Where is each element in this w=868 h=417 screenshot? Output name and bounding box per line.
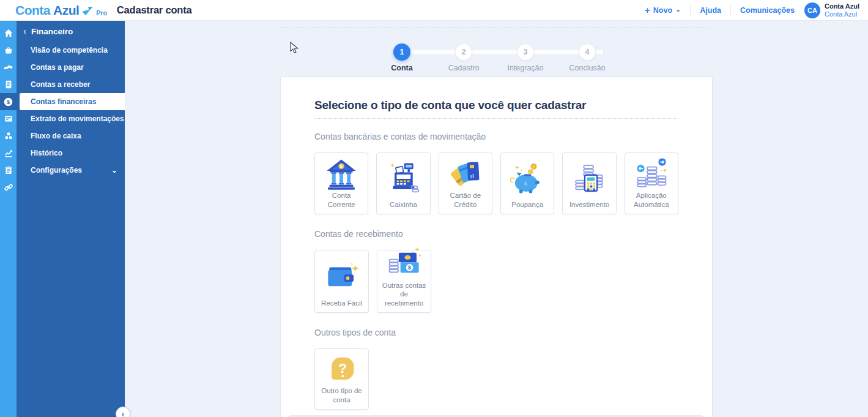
comunicacoes-link[interactable]: Comunicações — [740, 6, 795, 15]
sidebar-item-contas-financeiras[interactable]: Contas financeiras — [20, 93, 125, 110]
sidebar-collapse-button[interactable]: ‹ — [116, 407, 130, 417]
user-company: Conta Azul — [825, 10, 859, 18]
sidebar-back-financeiro[interactable]: ‹ Financeiro — [17, 21, 125, 42]
header-divider — [730, 5, 731, 16]
sidebar-item-configuracoes[interactable]: Configurações ⌄ — [17, 162, 125, 179]
ajuda-link[interactable]: Ajuda — [700, 6, 721, 15]
step-2-label: Cadastro — [433, 64, 494, 72]
logo-text-conta: Conta — [15, 3, 50, 18]
mouse-cursor — [290, 42, 301, 54]
svg-text:$: $ — [524, 181, 528, 187]
logo-text-azul: Azul — [53, 3, 79, 18]
credit-cards-icon — [448, 157, 483, 191]
sidebar-section-title: Financeiro — [31, 27, 73, 36]
rail-financeiro-dollar-icon[interactable]: $ — [0, 93, 17, 110]
section-label-recebimento: Contas de recebimento — [314, 229, 678, 239]
section-label-bancarias: Contas bancárias e contas de movimentaçã… — [314, 132, 678, 141]
tile-poupanca[interactable]: $ Poupança — [500, 152, 554, 214]
section-label-outros: Outros tipos de conta — [314, 328, 678, 337]
rail-shopping-basket-icon[interactable] — [0, 42, 17, 59]
sidebar-panel: ‹ Financeiro Visão de competência Contas… — [17, 21, 125, 417]
banknotes-coins-icon: $ — [387, 246, 422, 281]
sidebar-item-extrato-de-movimentacoes[interactable]: Extrato de movimentações — [17, 110, 125, 127]
sidebar-item-historico[interactable]: Histórico — [17, 145, 125, 162]
rail-clipboard-icon[interactable] — [0, 162, 17, 179]
tile-outras-contas-recebimento[interactable]: $ Outras contas de recebimento — [377, 250, 431, 313]
svg-text:$: $ — [7, 98, 10, 105]
tile-label: Cartão de Crédito — [442, 191, 489, 209]
swallow-icon — [82, 7, 93, 15]
svg-text:$: $ — [408, 264, 411, 270]
step-3-circle[interactable]: 3 — [517, 43, 534, 61]
sidebar-item-fluxo-de-caixa[interactable]: Fluxo de caixa — [17, 127, 125, 145]
header-divider — [690, 5, 691, 16]
plus-icon: + — [645, 6, 650, 15]
bank-icon: $ — [325, 157, 358, 191]
rail-link-icon[interactable] — [0, 179, 17, 196]
header-actions: + Novo ⌄ Ajuda Comunicações CA Conta Azu… — [645, 2, 862, 18]
card-heading: Selecione o tipo de conta que você quer … — [314, 99, 678, 112]
tile-cartao-de-credito[interactable]: Cartão de Crédito — [439, 152, 492, 214]
top-dotted-divider — [280, 28, 713, 28]
svg-text:$: $ — [340, 164, 343, 169]
tile-label: Aplicação Automática — [628, 191, 675, 209]
tile-conta-corrente[interactable]: $ Conta Corrente — [314, 152, 368, 214]
sidebar-item-label: Configurações — [31, 166, 82, 175]
tile-investimento[interactable]: Investimento — [562, 152, 616, 214]
sidebar-item-contas-a-receber[interactable]: Contas a receber — [17, 76, 125, 93]
user-name: Conta Azul — [825, 2, 859, 10]
app-header: ContaAzul Pro Cadastrar conta + Novo ⌄ A… — [0, 0, 868, 21]
tile-row-recebimento: Receba Fácil $ — [314, 250, 678, 313]
stepper-track — [402, 49, 604, 55]
tile-label: Receba Fácil — [321, 299, 362, 308]
account-type-card: Selecione o tipo de conta que você quer … — [280, 77, 713, 417]
page-title: Cadastrar conta — [117, 4, 192, 16]
step-1-circle[interactable]: 1 — [393, 43, 410, 61]
step-3-label: Integração — [495, 64, 556, 72]
tile-label: Outro tipo de conta — [317, 386, 366, 404]
icon-rail: $ — [0, 21, 17, 417]
rail-invoice-icon[interactable] — [0, 76, 17, 93]
tile-label: Poupança — [511, 200, 543, 209]
piggy-bank-icon: $ — [510, 157, 544, 200]
rail-chart-growth-icon[interactable] — [0, 145, 17, 162]
tile-receba-facil[interactable]: Receba Fácil — [314, 250, 369, 313]
cash-register-icon — [386, 157, 420, 200]
rail-products-icon[interactable] — [0, 127, 17, 145]
tile-label: Caixinha — [390, 200, 417, 209]
step-1-label: Conta — [371, 64, 432, 72]
sidebar-item-visao-de-competencia[interactable]: Visão de competência — [17, 42, 125, 59]
tile-aplicacao-automatica[interactable]: Aplicação Automática — [625, 152, 678, 214]
question-bubble-icon: ? — [325, 353, 358, 386]
coins-calculator-icon — [572, 157, 606, 200]
tile-caixinha[interactable]: Caixinha — [376, 152, 430, 214]
coins-transfer-icon — [634, 156, 669, 191]
sidebar-item-contas-a-pagar[interactable]: Contas a pagar — [17, 59, 125, 76]
tile-label: Conta Corrente — [317, 191, 365, 209]
user-avatar[interactable]: CA — [804, 2, 820, 18]
svg-text:?: ? — [338, 360, 347, 376]
rail-home-icon[interactable] — [0, 24, 17, 42]
wallet-icon — [324, 254, 360, 299]
step-4-circle[interactable]: 4 — [579, 43, 596, 61]
app-logo[interactable]: ContaAzul Pro — [15, 3, 107, 18]
logo-pro-badge: Pro — [96, 9, 107, 17]
rail-handshake-icon[interactable] — [0, 59, 17, 76]
tile-label: Outras contas de recebimento — [380, 281, 428, 308]
rail-card-machine-icon[interactable] — [0, 110, 17, 127]
novo-button[interactable]: + Novo ⌄ — [645, 6, 681, 15]
tile-label: Investimento — [569, 200, 609, 209]
novo-label: Novo — [653, 6, 672, 15]
step-2-circle[interactable]: 2 — [455, 43, 472, 61]
step-4-label: Conclusão — [557, 64, 618, 72]
user-meta[interactable]: Conta Azul Conta Azul — [825, 2, 862, 18]
chevron-down-icon: ⌄ — [675, 6, 681, 13]
tile-row-outros: ? Outro tipo de conta — [314, 348, 678, 410]
tile-outro-tipo-de-conta[interactable]: ? Outro tipo de conta — [314, 348, 369, 410]
tile-row-bancarias: $ Conta Corrente — [314, 152, 678, 214]
chevron-down-icon: ⌄ — [111, 166, 117, 175]
chevron-left-icon: ‹ — [23, 26, 26, 36]
heading-dotted-rule — [314, 118, 678, 119]
